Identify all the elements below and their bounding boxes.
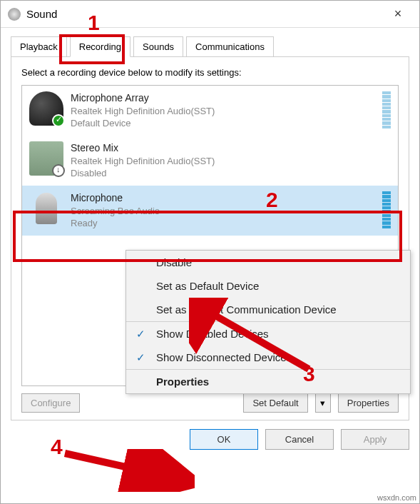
menu-set-default[interactable]: Set as Default Device xyxy=(126,274,410,298)
close-button[interactable]: × xyxy=(384,6,412,21)
window-title: Sound xyxy=(26,8,384,20)
default-badge-icon xyxy=(52,114,65,127)
device-status: Default Device xyxy=(71,117,371,130)
tab-strip: Playback Recording Sounds Communications xyxy=(11,36,409,57)
microphone-icon xyxy=(29,191,63,226)
device-status: Ready xyxy=(71,217,371,230)
device-driver: Screaming Bee Audio xyxy=(71,205,371,218)
set-default-dropdown[interactable]: ▾ xyxy=(315,393,331,413)
tab-communications[interactable]: Communications xyxy=(186,36,274,57)
ok-button[interactable]: OK xyxy=(190,429,258,450)
device-info: Microphone Array Realtek High Definition… xyxy=(71,91,371,130)
menu-disable[interactable]: Disable xyxy=(126,251,410,274)
level-meter-icon xyxy=(382,91,391,128)
check-icon: ✓ xyxy=(136,351,145,364)
set-default-button[interactable]: Set Default xyxy=(243,393,307,413)
disabled-badge-icon xyxy=(52,164,65,177)
configure-button[interactable]: Configure xyxy=(21,393,80,413)
sound-dialog: Sound × Playback Recording Sounds Commun… xyxy=(0,0,420,504)
device-status: Disabled xyxy=(71,167,391,180)
tab-sounds[interactable]: Sounds xyxy=(133,36,183,57)
callout-2: 2 xyxy=(266,188,278,212)
properties-button[interactable]: Properties xyxy=(338,393,399,413)
device-row[interactable]: Stereo Mix Realtek High Definition Audio… xyxy=(22,136,398,186)
check-icon: ✓ xyxy=(136,328,145,341)
sound-card-icon xyxy=(29,141,63,176)
speaker-icon xyxy=(8,8,21,21)
arrow-4-icon xyxy=(59,449,195,492)
device-driver: Realtek High Definition Audio(SST) xyxy=(71,155,391,168)
tab-playback[interactable]: Playback xyxy=(11,36,67,57)
device-info: Microphone Screaming Bee Audio Ready xyxy=(71,191,371,230)
apply-button[interactable]: Apply xyxy=(341,429,409,450)
panel-buttons: Configure Set Default ▾ Properties xyxy=(21,393,399,413)
device-info: Stereo Mix Realtek High Definition Audio… xyxy=(71,141,391,180)
arrow-3-icon xyxy=(189,298,314,383)
cancel-button[interactable]: Cancel xyxy=(265,429,334,450)
tab-recording[interactable]: Recording xyxy=(70,36,130,57)
device-row[interactable]: Microphone Array Realtek High Definition… xyxy=(22,86,398,136)
callout-1: 1 xyxy=(88,11,100,35)
titlebar: Sound × xyxy=(1,1,419,28)
instruction-text: Select a recording device below to modif… xyxy=(21,67,399,78)
device-name: Stereo Mix xyxy=(71,141,391,155)
device-name: Microphone Array xyxy=(71,91,371,105)
device-driver: Realtek High Definition Audio(SST) xyxy=(71,105,371,118)
device-row-selected[interactable]: Microphone Screaming Bee Audio Ready xyxy=(22,186,398,236)
level-meter-icon xyxy=(382,191,391,228)
watermark: wsxdn.com xyxy=(377,493,416,502)
device-name: Microphone xyxy=(71,191,371,205)
chevron-down-icon: ▾ xyxy=(320,398,325,408)
microphone-array-icon xyxy=(29,91,63,126)
